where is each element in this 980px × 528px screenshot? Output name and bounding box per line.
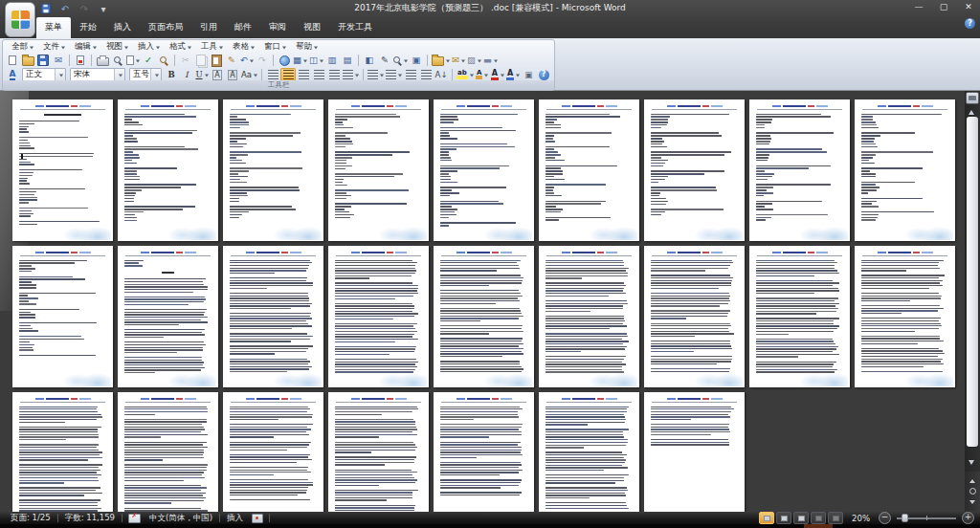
font-combo-dropdown[interactable]: [114, 69, 124, 81]
full-screen-reading-view-button[interactable]: [776, 512, 791, 524]
columns-button[interactable]: ▥: [324, 54, 340, 67]
macro-record-icon[interactable]: [252, 514, 263, 523]
page-thumbnail[interactable]: [539, 99, 639, 241]
undo-button[interactable]: ↶: [239, 54, 255, 67]
maximize-button[interactable]: ▢: [938, 1, 949, 12]
options-button[interactable]: ▬: [482, 54, 499, 67]
page-thumbnail[interactable]: [644, 392, 745, 512]
insert-frame-button[interactable]: ◫: [308, 54, 324, 67]
ribbon-help-button[interactable]: ?: [536, 68, 551, 81]
page-thumbnail[interactable]: [434, 392, 534, 512]
page-thumbnail[interactable]: [223, 99, 323, 241]
page-thumbnail[interactable]: [328, 246, 429, 387]
qat-undo-button[interactable]: ↶: [57, 2, 73, 15]
distributed-button[interactable]: [326, 68, 342, 81]
select-browse-object-button[interactable]: [969, 488, 976, 495]
tab-视图[interactable]: 视图: [295, 17, 329, 38]
page-thumbnail[interactable]: [223, 246, 323, 387]
page-thumbnail[interactable]: [855, 246, 955, 387]
tab-审阅[interactable]: 审阅: [260, 17, 295, 38]
bullets-button[interactable]: [385, 68, 403, 81]
menu-表格[interactable]: 表格: [228, 41, 259, 53]
page-thumbnail[interactable]: [118, 99, 218, 241]
print-layout-view-button[interactable]: [759, 512, 774, 524]
menu-工具[interactable]: 工具: [196, 41, 228, 53]
office-button[interactable]: [5, 2, 35, 37]
page-thumbnail[interactable]: [223, 392, 323, 512]
menu-窗口[interactable]: 窗口: [259, 41, 291, 53]
menu-视图[interactable]: 视图: [101, 41, 133, 53]
document-map-button[interactable]: ◧: [362, 54, 377, 67]
new-document-button[interactable]: [5, 54, 20, 67]
numbering-button[interactable]: [367, 68, 385, 81]
align-center-button[interactable]: [280, 68, 296, 81]
page-thumbnail[interactable]: [644, 99, 745, 241]
page-thumbnail[interactable]: [434, 99, 534, 241]
menu-插入[interactable]: 插入: [133, 41, 165, 53]
page-thumbnail[interactable]: [12, 99, 113, 241]
page-thumbnail[interactable]: [539, 246, 639, 387]
style-combo-dropdown[interactable]: [55, 69, 65, 81]
increase-indent-button[interactable]: [418, 68, 434, 81]
outline-view-button[interactable]: [811, 512, 826, 524]
zoom-level[interactable]: 20%: [846, 514, 876, 523]
border-color-button[interactable]: A: [505, 68, 521, 81]
change-case-button[interactable]: Aa: [240, 68, 258, 81]
justify-button[interactable]: [311, 68, 326, 81]
page-thumbnail[interactable]: [328, 99, 429, 241]
menu-文件[interactable]: 文件: [38, 41, 70, 53]
insert-table-button[interactable]: ▦: [292, 54, 308, 67]
fullscreen-button[interactable]: ▣: [409, 54, 424, 67]
zoom-slider-thumb[interactable]: [902, 514, 908, 522]
more-tools-button[interactable]: ▨: [466, 54, 482, 67]
page-thumbnail[interactable]: [749, 246, 850, 387]
close-button[interactable]: ✕: [963, 1, 974, 12]
qat-save-button[interactable]: [38, 2, 54, 15]
proofing-status-icon[interactable]: [128, 514, 141, 523]
minimize-button[interactable]: —: [913, 1, 924, 12]
insert-mode-indicator[interactable]: 插入: [222, 513, 248, 524]
previous-page-button[interactable]: [969, 476, 975, 483]
page-thumbnail[interactable]: [118, 246, 218, 387]
font-color-button[interactable]: A: [490, 68, 505, 81]
find-button[interactable]: [156, 54, 171, 67]
page-thumbnail[interactable]: [749, 99, 850, 241]
page-thumbnail[interactable]: [118, 392, 218, 512]
help-icon[interactable]: ?: [965, 18, 975, 29]
ruler-toggle-button[interactable]: [966, 92, 979, 104]
shading-color-button[interactable]: A: [475, 68, 490, 81]
copy-button[interactable]: [193, 54, 209, 67]
align-right-button[interactable]: [296, 68, 311, 81]
scroll-down-arrow[interactable]: [969, 460, 974, 468]
qat-redo-button[interactable]: ↷: [77, 2, 92, 15]
page-thumbnail[interactable]: [644, 246, 745, 387]
zoom-slider[interactable]: [897, 513, 956, 523]
redo-button[interactable]: ↷: [255, 54, 270, 67]
tab-页面布局[interactable]: 页面布局: [140, 17, 191, 38]
tab-开发工具[interactable]: 开发工具: [329, 17, 381, 38]
page-thumbnail[interactable]: [328, 392, 429, 512]
insert-hyperlink-button[interactable]: [277, 54, 292, 67]
save-button[interactable]: [35, 54, 51, 67]
page-thumbnail[interactable]: [12, 392, 113, 512]
page-thumbnail[interactable]: [434, 246, 534, 387]
tab-插入[interactable]: 插入: [105, 17, 140, 38]
open-button[interactable]: [20, 54, 35, 67]
decrease-indent-button[interactable]: [403, 68, 418, 81]
character-shading-button[interactable]: A: [225, 68, 240, 81]
page-thumbnail[interactable]: [539, 392, 639, 512]
align-left-button[interactable]: [265, 68, 280, 81]
email-button[interactable]: ✉: [51, 54, 66, 67]
scrollbar-thumb[interactable]: [967, 117, 978, 447]
zoom-out-button[interactable]: −: [879, 512, 891, 524]
page-thumbnail[interactable]: [855, 99, 955, 241]
cut-button[interactable]: ✂: [178, 54, 193, 67]
sort-button[interactable]: A↓: [434, 68, 449, 81]
underline-button[interactable]: U: [194, 68, 210, 81]
styles-and-formatting-button[interactable]: A: [5, 68, 20, 81]
menu-格式[interactable]: 格式: [165, 41, 196, 53]
tab-菜单[interactable]: 菜单: [36, 17, 71, 38]
menu-帮助[interactable]: 帮助: [291, 41, 323, 53]
tab-邮件[interactable]: 邮件: [226, 17, 260, 38]
bold-button[interactable]: B: [164, 68, 179, 81]
